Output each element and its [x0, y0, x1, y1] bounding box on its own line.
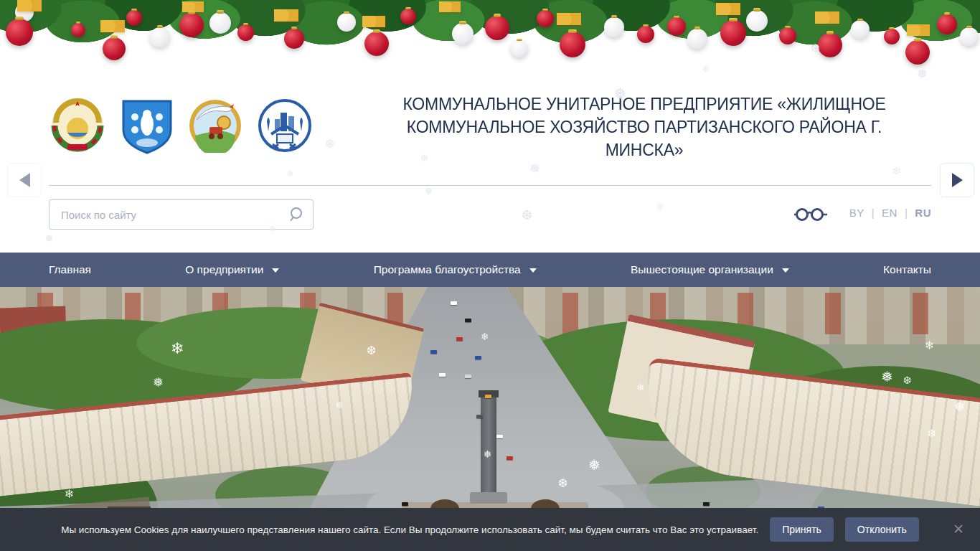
snowflake-icon: ❆ [325, 137, 334, 151]
bow-ornament [815, 11, 839, 24]
white-bauble-ornament [511, 40, 528, 57]
white-bauble-ornament [337, 13, 356, 32]
chevron-down-icon [272, 268, 279, 273]
page-title: КОММУНАЛЬНОЕ УНИТАРНОЕ ПРЕДПРИЯТИЕ «ЖИЛИ… [395, 93, 893, 161]
red-bauble-ornament [779, 27, 796, 44]
partizansky-district-emblem [188, 98, 242, 153]
red-bauble-ornament [364, 32, 389, 56]
lang-separator: | [905, 207, 908, 219]
snowflake-icon: ❅ [425, 185, 433, 197]
snowflake-icon: ❆ [892, 165, 901, 176]
snowflake-icon: ❆ [656, 202, 664, 212]
car [465, 319, 471, 322]
red-bauble-ornament [6, 19, 33, 46]
car [451, 301, 457, 305]
nav-item-home[interactable]: Главная [49, 263, 91, 276]
white-bauble-ornament [687, 29, 707, 49]
red-bauble-ornament [884, 29, 900, 44]
snowflake-icon: ❆ [522, 207, 532, 222]
white-bauble-ornament [851, 20, 870, 39]
page: КОММУНАЛЬНОЕ УНИТАРНОЕ ПРЕДПРИЯТИЕ «ЖИЛИ… [0, 0, 980, 551]
slider-prev-button[interactable] [7, 163, 42, 197]
search-input[interactable] [50, 200, 313, 229]
minsk-coat-of-arms [121, 98, 174, 154]
snowflake-icon: ❄ [287, 169, 294, 179]
chevron-right-icon [952, 173, 963, 187]
car [507, 456, 513, 460]
lang-by[interactable]: BY [849, 207, 864, 219]
chevron-down-icon [782, 268, 789, 273]
white-bauble-ornament [15, 3, 34, 22]
red-bauble-ornament [818, 33, 842, 57]
cookie-message: Мы используем Cookies для наилучшего пре… [61, 524, 758, 535]
bow-ornament [182, 1, 204, 12]
red-bauble-ornament [400, 9, 416, 24]
lang-separator: | [872, 207, 875, 219]
red-bauble-ornament [537, 10, 554, 27]
cookie-decline-button[interactable]: Отклонить [845, 517, 919, 542]
car [439, 373, 446, 377]
chevron-down-icon [529, 268, 537, 273]
car [475, 356, 481, 359]
close-icon[interactable]: ✕ [950, 521, 967, 538]
red-bauble-ornament [485, 16, 509, 40]
nav-label: О предприятии [185, 263, 263, 276]
bow-ornament [439, 1, 461, 12]
car [465, 375, 471, 378]
red-bauble-ornament [126, 10, 142, 26]
christmas-garland [0, 0, 980, 83]
car [485, 395, 491, 398]
bow-ornament [100, 20, 125, 32]
car [402, 502, 408, 506]
search-icon[interactable] [287, 205, 307, 225]
nav-label: Контакты [883, 263, 931, 276]
red-bauble-ornament [179, 13, 204, 37]
white-bauble-ornament [604, 17, 624, 37]
bow-ornament [907, 24, 930, 36]
cookie-accept-button[interactable]: Принять [770, 517, 834, 542]
nav-item-contacts[interactable]: Контакты [883, 263, 931, 276]
red-bauble-ornament [637, 26, 654, 43]
white-bauble-ornament [209, 12, 231, 34]
city-layer [470, 492, 507, 504]
header-divider [49, 185, 931, 186]
belarus-coat-of-arms [49, 97, 106, 154]
white-bauble-ornament [960, 27, 979, 46]
red-bauble-ornament [284, 29, 304, 49]
glasses-icon[interactable] [793, 207, 828, 222]
red-bauble-ornament [667, 17, 686, 36]
car [496, 435, 503, 438]
bow-ornament [17, 0, 42, 11]
nav-label: Программа благоустройства [374, 263, 521, 276]
lang-ru[interactable]: RU [915, 207, 931, 219]
red-bauble-ornament [937, 14, 957, 34]
car [456, 337, 463, 341]
cookie-banner: Мы используем Cookies для наилучшего пре… [0, 508, 980, 551]
white-bauble-ornament [150, 27, 170, 47]
car [430, 350, 437, 354]
snowflake-icon: ❆ [811, 42, 820, 55]
zhkh-partizansky-logo [257, 97, 313, 154]
chevron-left-icon [19, 173, 30, 187]
nav-item-improvement-program[interactable]: Программа благоустройства [374, 263, 537, 276]
nav-item-about[interactable]: О предприятии [185, 263, 279, 276]
lang-en[interactable]: EN [882, 207, 897, 219]
bow-ornament [274, 9, 298, 22]
bow-ornament [557, 13, 581, 25]
nav-label: Главная [49, 263, 91, 276]
red-bauble-ornament [720, 20, 746, 46]
slider-next-button[interactable] [940, 163, 974, 197]
white-bauble-ornament [452, 23, 473, 44]
nav-item-parent-organizations[interactable]: Вышестоящие организации [631, 263, 789, 276]
red-bauble-ornament [71, 23, 85, 37]
car [703, 502, 710, 506]
language-switcher: BY | EN | RU [849, 207, 931, 219]
bow-ornament [716, 3, 740, 15]
red-bauble-ornament [237, 24, 254, 41]
car [476, 415, 483, 418]
red-bauble-ornament [905, 40, 930, 65]
red-bauble-ornament [103, 37, 126, 60]
snowflake-icon: ❅ [917, 66, 928, 81]
snowflake-icon: ❄ [702, 63, 710, 75]
snowflake-icon: ❅ [45, 232, 54, 244]
